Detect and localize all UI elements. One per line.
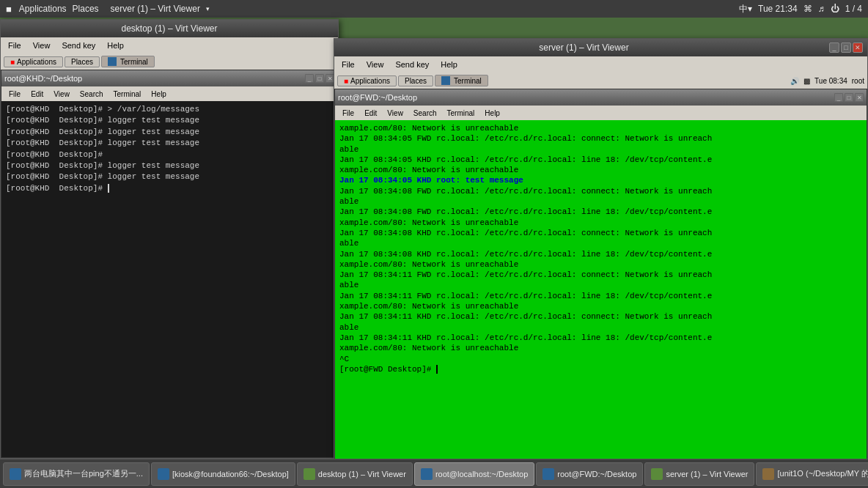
taskbar-item-1[interactable]: 两台电脑其中一台ping不通另一... [3,462,150,486]
window1-titlebar[interactable]: desktop (1) – Virt Viewer [1,20,338,37]
term-line-12: able [339,238,862,248]
inner-appbar-right: 🔊 ▩ Tue 08:34 root [790,77,864,85]
inner-applications-btn-2[interactable]: ■ Applications [337,75,397,86]
taskbar-label-3: desktop (1) – Virt Viewer [318,470,406,478]
term-line-9: Jan 17 08:34:08 FWD rc.local: /etc/rc.d/… [339,207,862,217]
inner-menubar-2: File Edit View Search Terminal Help [335,106,867,120]
inner-menu-file[interactable]: File [4,89,25,100]
term-line-14: xample.com/80: Network is unreachable [339,259,862,270]
inner-terminal-btn-2[interactable]: Terminal [435,75,488,86]
taskbar-item-2[interactable]: [kiosk@foundation66:~/Desktop] [151,462,295,486]
active-window-title: server (1) – Virt Viewer [111,4,200,14]
term-line-17: Jan 17 08:34:11 FWD rc.local: /etc/rc.d/… [339,291,862,301]
inner-titlebar-2: root@FWD:~/Desktop _ □ ✕ [335,89,867,106]
window2-titlebar[interactable]: server (1) – Virt Viewer _ □ ✕ [334,39,867,56]
inner-titlebar-1: root@KHD:~/Desktop _ □ ✕ [1,70,337,86]
window-server-virt: server (1) – Virt Viewer _ □ ✕ File View… [334,38,868,470]
taskbar-label-7: [unit1O (~/Desktop/MY 的) – ge... [777,468,868,479]
menu-sendkey-1[interactable]: Send key [57,40,100,51]
taskbar-icon-7 [762,468,774,480]
taskbar-item-7[interactable]: [unit1O (~/Desktop/MY 的) – ge... [756,462,868,486]
inner-terminal-btn-1[interactable]: Terminal [101,56,155,67]
inner-terminal-window-2: root@FWD:~/Desktop _ □ ✕ File Edit View … [334,89,867,470]
inner2-menu-view[interactable]: View [383,108,408,119]
inner-minimize-btn-2[interactable]: _ [834,93,843,102]
inner-menu-edit[interactable]: Edit [26,89,48,100]
inner-time: Tue 08:34 [814,77,847,85]
term-line-2: Jan 17 08:34:05 FWD rc.local: /etc/rc.d/… [339,133,862,144]
input-method-indicator: 中▾ [739,3,752,15]
inner-restore-btn-2[interactable]: □ [845,93,853,102]
inner-menu-view[interactable]: View [49,89,74,100]
inner2-menu-search[interactable]: Search [409,108,441,119]
window1-title: desktop (1) – Virt Viewer [5,23,334,34]
taskbar-label-2: [kiosk@foundation66:~/Desktop] [172,470,289,478]
inner-menu-terminal[interactable]: Terminal [109,89,146,100]
taskbar-item-5[interactable]: root@FWD:~/Desktop [536,462,643,486]
taskbar-icon-4 [421,468,433,480]
close-btn-2[interactable]: ✕ [853,42,863,53]
taskbar-icon-3 [304,468,315,480]
term-line-10: xample.com/80: Network is unreachable [339,218,862,228]
term-line-6: Jan 17 08:34:05 KHD root: test message [339,175,862,185]
inner2-menu-terminal[interactable]: Terminal [443,108,479,119]
menu-file-1[interactable]: File [4,40,26,51]
taskbar-item-6[interactable]: server (1) – Virt Viewer [644,462,754,486]
taskbar-icon-2 [158,468,169,480]
taskbar-item-3[interactable]: desktop (1) – Virt Viewer [297,462,413,486]
taskbar-item-4[interactable]: root@localhost:~/Desktop [414,462,534,486]
inner-win-controls-1: _ □ ✕ [305,74,334,83]
inner-places-btn-2[interactable]: Places [398,75,433,86]
window2-content: ■ Applications Places Terminal 🔊 ▩ Tue 0… [334,73,867,470]
inner2-menu-file[interactable]: File [338,108,358,119]
window1-menubar: File View Send key Help [1,37,338,53]
term-line-20: able [339,322,862,333]
term-line-23: ^C [339,354,862,364]
taskbar-label-1: 两台电脑其中一台ping不通另一... [24,468,143,479]
inner-sound-icon: 🔊 [790,77,799,85]
terminal-output-2[interactable]: xample.com/80: Network is unreachable Ja… [335,120,867,469]
inner-menubar-1: File Edit View Search Terminal Help [1,86,337,101]
inner-minimize-btn[interactable]: _ [305,74,314,83]
taskbar-icon-1 [10,468,21,480]
taskbar-icon-5 [542,468,554,480]
inner-maximize-btn[interactable]: □ [315,74,324,83]
term-line-3: able [339,144,862,155]
clock: Tue 21:34 [758,4,798,14]
term-line-21: Jan 17 08:34:11 KHD rc.local: /etc/rc.d/… [339,333,862,343]
term-line-11: Jan 17 08:34:08 KHD rc.local: /etc/rc.d/… [339,228,862,238]
inner-places-btn-1[interactable]: Places [65,56,100,67]
taskbar-icon-6 [651,468,663,480]
minimize-btn-2[interactable]: _ [829,42,839,53]
menu-file-2[interactable]: File [337,59,359,70]
inner-terminal-window-1: root@KHD:~/Desktop _ □ ✕ File Edit View … [1,70,338,458]
term-line-5: xample.com/80: Network is unreachable [339,165,862,175]
page-indicator: 1 / 4 [845,4,862,14]
term-line-4: Jan 17 08:34:05 KHD rc.local: /etc/rc.d/… [339,155,862,165]
applications-menu[interactable]: Applications [19,4,67,14]
inner-menu-help[interactable]: Help [147,89,171,100]
taskbar: 两台电脑其中一台ping不通另一... [kiosk@foundation66:… [0,459,868,488]
inner-menu-search[interactable]: Search [76,89,108,100]
menu-view-2[interactable]: View [362,59,389,70]
inner2-menu-edit[interactable]: Edit [360,108,381,119]
term-line-8: able [339,196,862,207]
terminal-output-1[interactable]: [root@KHD Desktop]# > /var/log/messages … [1,101,337,457]
desktop: desktop (1) – Virt Viewer File View Send… [0,18,868,459]
window-desktop-virt: desktop (1) – Virt Viewer File View Send… [0,19,339,459]
menu-help-2[interactable]: Help [436,59,462,70]
window2-controls: _ □ ✕ [829,42,863,53]
inner-close-btn-2[interactable]: ✕ [855,93,864,102]
system-bar: ■ Applications Places server (1) – Virt … [0,0,868,18]
inner-applications-btn-1[interactable]: ■ Applications [4,56,63,67]
inner-screen-icon: ▩ [803,77,810,85]
term-line-16: able [339,280,862,290]
places-menu[interactable]: Places [73,4,99,14]
term-line-15: Jan 17 08:34:11 FWD rc.local: /etc/rc.d/… [339,270,862,280]
menu-help-1[interactable]: Help [103,40,128,51]
taskbar-label-5: root@FWD:~/Desktop [557,470,636,478]
maximize-btn-2[interactable]: □ [841,42,851,53]
menu-view-1[interactable]: View [29,40,55,51]
inner2-menu-help[interactable]: Help [480,108,504,119]
menu-sendkey-2[interactable]: Send key [391,59,433,70]
